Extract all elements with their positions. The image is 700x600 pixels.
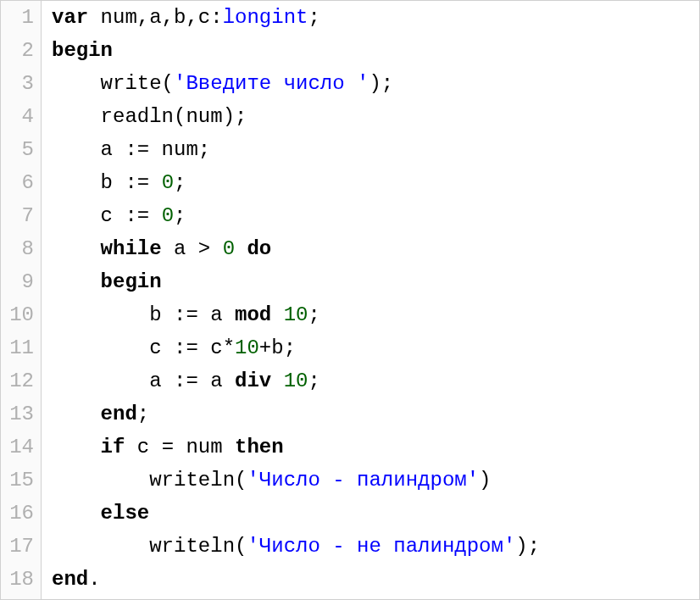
- token-kw: while: [101, 237, 162, 260]
- token-pn: ;: [308, 369, 319, 392]
- indent: [52, 369, 149, 392]
- line-number: 1: [4, 1, 34, 34]
- token-num: 10: [284, 369, 308, 392]
- token-kw: end: [101, 403, 137, 425]
- code-line: c := c*10+b;: [52, 331, 689, 364]
- token-kw: else: [101, 502, 150, 525]
- token-pn: ;: [174, 204, 186, 227]
- token-kw: var: [52, 6, 88, 29]
- indent: [52, 204, 101, 227]
- code-line: begin: [52, 265, 689, 298]
- token-pn: .: [88, 568, 100, 591]
- line-number: 2: [4, 34, 34, 67]
- token-pn: );: [515, 535, 540, 558]
- token-pn: ;: [174, 171, 186, 194]
- code-line: writeln('Число - не палиндром');: [52, 530, 689, 563]
- code-line: end.: [52, 563, 689, 596]
- token-kw: then: [235, 436, 284, 458]
- indent: [52, 535, 149, 558]
- indent: [52, 303, 149, 326]
- token-kw: mod: [235, 303, 271, 326]
- indent: [52, 436, 101, 458]
- token-pn: ): [479, 469, 491, 492]
- code-line: begin: [52, 34, 689, 67]
- token-pn: c := c*: [149, 336, 235, 359]
- code-line: if c = num then: [52, 431, 689, 464]
- line-number: 17: [4, 530, 34, 563]
- token-str: 'Число - не палиндром': [247, 535, 515, 558]
- indent: [52, 105, 101, 128]
- token-str: 'Число - палиндром': [247, 469, 479, 492]
- token-pn: writeln(: [149, 469, 247, 492]
- line-number: 6: [4, 166, 34, 199]
- token-pn: +b;: [259, 336, 296, 359]
- indent: [52, 502, 101, 525]
- line-number: 12: [4, 364, 34, 397]
- line-number: 5: [4, 133, 34, 166]
- code-line: b := 0;: [52, 166, 689, 199]
- line-number: 14: [4, 431, 34, 464]
- token-pn: a := a: [149, 369, 235, 392]
- token-pn: [235, 237, 247, 260]
- code-line: writeln('Число - палиндром'): [52, 464, 689, 497]
- token-num: 0: [223, 237, 235, 260]
- token-kw: begin: [52, 39, 113, 62]
- token-pn: readln(num);: [101, 105, 247, 128]
- token-pn: [271, 303, 283, 326]
- code-line: write('Введите число ');: [52, 67, 689, 100]
- token-kw: begin: [101, 270, 162, 293]
- token-pn: c = num: [125, 436, 235, 458]
- line-number: 18: [4, 563, 34, 596]
- code-area: var num,a,b,c:longint;begin write('Введи…: [42, 1, 699, 599]
- code-line: while a > 0 do: [52, 232, 689, 265]
- line-number: 9: [4, 265, 34, 298]
- token-pn: a := num;: [101, 138, 211, 161]
- indent: [52, 237, 101, 260]
- token-num: 10: [235, 336, 259, 359]
- token-pn: writeln(: [149, 535, 247, 558]
- token-num: 0: [162, 204, 174, 227]
- token-pn: b :=: [101, 171, 162, 194]
- token-pn: b := a: [149, 303, 235, 326]
- token-pn: num,a,b,c:: [88, 6, 222, 29]
- line-number: 4: [4, 100, 34, 133]
- line-number: 11: [4, 331, 34, 364]
- indent: [52, 403, 101, 425]
- token-pn: c :=: [101, 204, 162, 227]
- code-line: b := a mod 10;: [52, 298, 689, 331]
- token-kw: div: [235, 369, 271, 392]
- token-num: 0: [162, 171, 174, 194]
- token-pn: write(: [101, 72, 174, 95]
- token-kw: end: [52, 568, 88, 591]
- indent: [52, 138, 101, 161]
- indent: [52, 171, 101, 194]
- indent: [52, 336, 149, 359]
- token-pn: ;: [137, 403, 149, 425]
- code-line: a := a div 10;: [52, 364, 689, 397]
- indent: [52, 469, 149, 492]
- token-kw: do: [247, 237, 271, 260]
- code-line: end;: [52, 397, 689, 431]
- token-type: longint: [223, 6, 308, 29]
- line-number: 10: [4, 298, 34, 331]
- token-pn: ;: [308, 6, 319, 29]
- token-str: 'Введите число ': [174, 72, 369, 95]
- token-num: 10: [284, 303, 308, 326]
- line-number: 3: [4, 67, 34, 100]
- code-line: readln(num);: [52, 100, 689, 133]
- code-editor: 123456789101112131415161718 var num,a,b,…: [0, 0, 700, 600]
- token-pn: ;: [308, 303, 319, 326]
- token-kw: if: [101, 436, 125, 458]
- line-number: 13: [4, 397, 34, 431]
- line-number: 16: [4, 497, 34, 530]
- code-line: else: [52, 497, 689, 530]
- code-line: c := 0;: [52, 199, 689, 232]
- code-line: a := num;: [52, 133, 689, 166]
- line-number: 15: [4, 464, 34, 497]
- line-number: 7: [4, 199, 34, 232]
- indent: [52, 72, 101, 95]
- indent: [52, 270, 101, 293]
- code-line: var num,a,b,c:longint;: [52, 1, 689, 34]
- token-pn: [271, 369, 283, 392]
- line-number-gutter: 123456789101112131415161718: [1, 1, 42, 599]
